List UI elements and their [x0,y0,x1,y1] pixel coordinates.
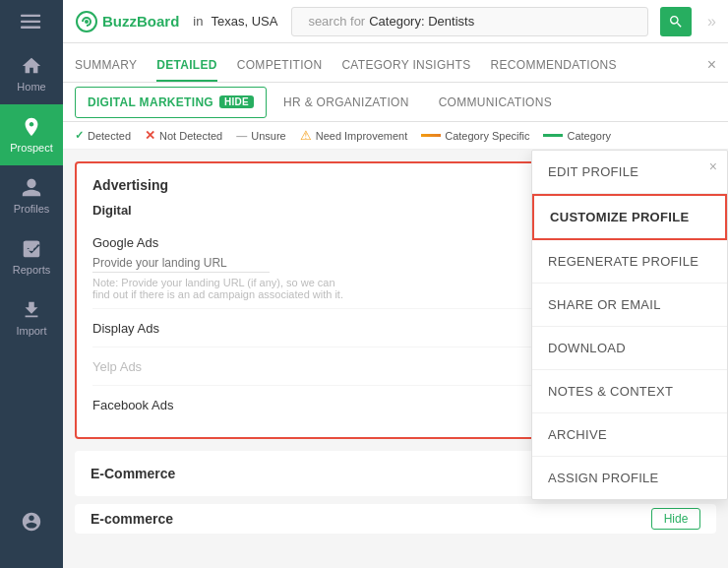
legend-row: ✓ Detected ✕ Not Detected — Unsure ⚠ Nee… [63,122,728,150]
dropdown-archive[interactable]: Archive [532,413,727,457]
svg-rect-2 [21,27,40,29]
search-for-label: search for [308,14,365,29]
tab-category-insights[interactable]: Category Insights [341,58,470,82]
svg-rect-1 [21,21,40,23]
svg-rect-0 [21,15,40,17]
dropdown-regenerate-profile[interactable]: Regenerate Profile [532,240,727,284]
ecommerce2-hide-button[interactable]: Hide [651,508,700,530]
sidebar-item-prospect[interactable]: Prospect [0,104,63,165]
content-area: Advertising Digital Google Ads Note: Pro… [63,150,728,568]
sidebar: Home Prospect Profiles Reports Import [0,0,63,568]
sidebar-item-home[interactable]: Home [0,43,63,104]
svg-point-4 [85,20,89,24]
location-text: Texas, USA [211,14,277,29]
dropdown-download[interactable]: Download [532,327,727,370]
detected-check-icon: ✓ [75,129,84,142]
main-panel: BuzzBoard in Texas, USA search for » Sum… [63,0,728,568]
sidebar-item-import[interactable]: Import [0,287,63,348]
category-specific-line-icon [421,134,441,137]
logo-text: BuzzBoard [102,13,179,30]
logo: BuzzBoard [75,10,179,33]
tab-detailed[interactable]: Detailed [156,58,217,82]
search-box: search for [291,7,648,36]
tab-competition[interactable]: Competition [237,58,323,82]
ecommerce-row2: E-commerce Hide [75,504,716,534]
dropdown-customize-profile[interactable]: Customize Profile [532,194,727,240]
dropdown-assign-profile[interactable]: Assign Profile [532,457,727,499]
dropdown-panel: × Edit Profile Customize Profile Regener… [531,150,728,500]
topbar: BuzzBoard in Texas, USA search for » [63,0,728,43]
in-label: in [193,14,203,29]
google-ads-url-input[interactable] [92,254,270,273]
hide-badge: Hide [219,95,254,108]
legend-category-specific: Category Specific [421,130,529,142]
ecommerce2-label: E-commerce [91,511,651,527]
google-ads-note: Note: Provide your landing URL (if any),… [92,277,348,300]
dropdown-edit-profile[interactable]: Edit Profile [532,151,727,194]
sidebar-item-profiles[interactable]: Profiles [0,165,63,226]
tab-summary[interactable]: Summary [75,58,137,82]
legend-detected: ✓ Detected [75,129,131,142]
search-button[interactable] [660,7,692,36]
unsure-icon: — [236,130,247,142]
dropdown-notes-context[interactable]: Notes & Context [532,370,727,413]
not-detected-icon: ✕ [145,128,155,143]
tab-recommendations[interactable]: Recommendations [491,58,617,82]
tab-communications[interactable]: Communications [426,87,565,118]
legend-need-improvement: ⚠ Need Improvement [300,128,408,143]
subnav-tabs: Summary Detailed Competition Category In… [63,43,728,83]
warn-icon: ⚠ [300,128,312,143]
hamburger-menu[interactable] [0,0,63,43]
category-line-icon [543,134,563,137]
expand-icon[interactable]: » [707,13,716,31]
search-input[interactable] [369,14,639,29]
legend-not-detected: ✕ Not Detected [145,128,222,143]
subnav-close-icon[interactable]: × [707,56,716,74]
tab-hr-org[interactable]: HR & Organization [271,87,422,118]
dropdown-share-or-email[interactable]: Share or Email [532,284,727,327]
sidebar-item-reports[interactable]: Reports [0,226,63,287]
sidebar-item-settings[interactable] [0,491,63,552]
legend-category: Category [543,130,611,142]
section-tabs: Digital Marketing Hide HR & Organization… [63,83,728,122]
tab-digital-marketing[interactable]: Digital Marketing Hide [75,87,267,118]
legend-unsure: — Unsure [236,130,285,142]
dropdown-close-icon[interactable]: × [709,158,717,174]
